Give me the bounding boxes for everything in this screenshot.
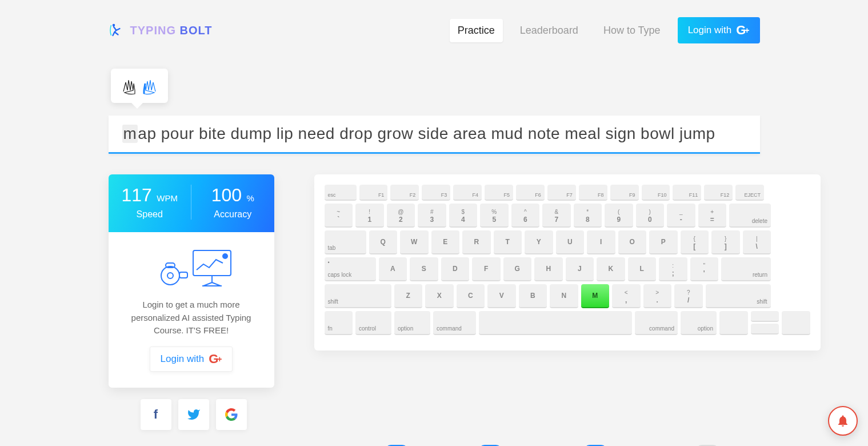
key-z: Z (394, 284, 423, 308)
key-u: U (556, 230, 585, 254)
key-f11: F11 (673, 185, 701, 201)
key-slash: ?/ (674, 284, 703, 308)
key-c: C (457, 284, 485, 308)
key-4: $4 (449, 204, 478, 228)
key-h: H (534, 257, 563, 281)
key-q: Q (369, 230, 398, 254)
nav-practice[interactable]: Practice (450, 19, 503, 42)
logo-text: TYPING BOLT (130, 24, 213, 37)
key-period: >. (643, 284, 672, 308)
stats-card: 117 WPM Speed 100 % Accuracy (109, 174, 274, 388)
key-bracket-close: }] (711, 230, 740, 254)
wpm-value: 117 (121, 185, 151, 205)
key-f: F (472, 257, 501, 281)
key-esc: esc (325, 185, 357, 201)
hands-icon (121, 75, 158, 96)
key-option-right: option (681, 311, 717, 335)
login-button[interactable]: Login with G+ (678, 17, 760, 43)
key-bracket-open: {[ (681, 230, 709, 254)
key-f9: F9 (610, 185, 639, 201)
key-o: O (618, 230, 647, 254)
key-return: return (721, 257, 771, 281)
google-plus-icon: G+ (209, 353, 222, 365)
hands-hint-bubble (111, 69, 168, 103)
key-f1: F1 (359, 185, 388, 201)
key-quote: "' (690, 257, 719, 281)
key-i: I (587, 230, 615, 254)
nav: Practice Leaderboard How to Type Login w… (450, 17, 760, 43)
key-semicolon: :; (659, 257, 687, 281)
key-arrow-up (751, 311, 779, 322)
key-y: Y (525, 230, 553, 254)
key-8: *8 (574, 204, 602, 228)
key-f6: F6 (516, 185, 545, 201)
nav-howto[interactable]: How to Type (595, 19, 669, 42)
key-space (479, 311, 632, 335)
key-m: M (581, 284, 610, 308)
key-command-right: command (635, 311, 678, 335)
key-arrow-down (751, 324, 779, 334)
key-g: G (503, 257, 532, 281)
stat-speed: 117 WPM Speed (109, 185, 192, 220)
key-delete: delete (729, 204, 771, 228)
svg-rect-10 (179, 272, 187, 278)
key-f10: F10 (642, 185, 670, 201)
key-command: command (433, 311, 476, 335)
key-`: ~` (325, 204, 353, 228)
acc-value: 100 (211, 185, 242, 205)
key-a: A (379, 257, 407, 281)
stats-top: 117 WPM Speed 100 % Accuracy (109, 174, 274, 232)
stats-login-label: Login with (161, 353, 205, 365)
key-shift-right: shift (706, 284, 771, 308)
notification-bell-button[interactable] (828, 406, 858, 436)
keyboard: escF1F2F3F4F5F6F7F8F9F10F11F12EJECT ~`!1… (314, 174, 821, 351)
key-k: K (597, 257, 625, 281)
key-control: control (355, 311, 391, 335)
acc-unit: % (247, 193, 254, 203)
key-capslock: •caps lock (325, 257, 376, 281)
logo-icon (109, 22, 126, 39)
key-f4: F4 (453, 185, 482, 201)
key-7: &7 (542, 204, 571, 228)
wpm-label: Speed (109, 209, 191, 220)
key-3: #3 (418, 204, 446, 228)
key-2: @2 (387, 204, 415, 228)
stats-login-button[interactable]: Login with G+ (150, 347, 233, 372)
facebook-button[interactable]: f (141, 399, 171, 430)
google-button[interactable] (216, 399, 247, 430)
login-button-label: Login with (688, 25, 732, 36)
key--: _- (667, 204, 695, 228)
key-t: T (494, 230, 522, 254)
twitter-button[interactable] (178, 399, 209, 430)
key-f3: F3 (422, 185, 450, 201)
key-1: !1 (355, 204, 384, 228)
google-plus-icon: G+ (736, 24, 749, 37)
key-s: S (410, 257, 438, 281)
key-e: E (431, 230, 460, 254)
svg-point-7 (161, 266, 179, 285)
nav-leaderboard[interactable]: Leaderboard (512, 19, 586, 42)
key-f2: F2 (390, 185, 419, 201)
stats-illustration-icon (149, 247, 234, 288)
acc-label: Accuracy (191, 209, 274, 220)
key-x: X (425, 284, 454, 308)
key-arrow-right (782, 311, 810, 335)
key-fn: fn (325, 311, 353, 335)
key-n: N (550, 284, 578, 308)
key-arrow-left (719, 311, 748, 335)
key-j: J (566, 257, 594, 281)
svg-point-8 (167, 273, 173, 278)
google-icon (225, 408, 238, 421)
key-eject: EJECT (735, 185, 764, 201)
key-9: (9 (605, 204, 633, 228)
wpm-unit: WPM (157, 193, 178, 203)
key-f7: F7 (547, 185, 576, 201)
typing-line[interactable]: map pour bite dump lip need drop grow si… (109, 116, 760, 154)
svg-point-0 (112, 24, 115, 27)
svg-point-2 (222, 253, 228, 259)
logo[interactable]: TYPING BOLT (109, 22, 213, 39)
key-d: D (441, 257, 470, 281)
header: TYPING BOLT Practice Leaderboard How to … (109, 0, 760, 55)
key-v: V (487, 284, 516, 308)
key-shift-left: shift (325, 284, 391, 308)
